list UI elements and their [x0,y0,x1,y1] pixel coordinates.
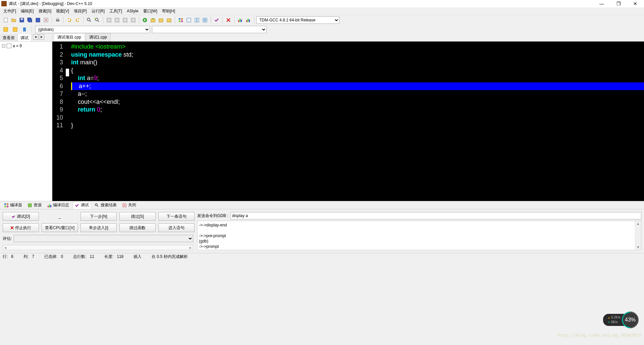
code-content[interactable]: #include <iostream>using namespace std;i… [70,42,644,201]
delete-icon[interactable] [225,16,232,24]
close-file-icon[interactable] [42,16,50,24]
redo-icon[interactable] [74,16,81,24]
menu-item[interactable]: 视图[V] [54,8,71,15]
compile-run-icon[interactable] [121,16,129,24]
chart-icon-1[interactable] [236,16,244,24]
horizontal-scrollbar[interactable]: ◄► [3,245,193,250]
tab-resources[interactable]: 资源 [25,202,44,209]
cpu-window-button[interactable]: 查看CPU窗口[V] [42,223,78,232]
main-toolbar: TDM-GCC 4.8.1 64-bit Release [0,15,644,25]
svg-rect-7 [56,19,59,21]
tab-close[interactable]: 关闭 [120,202,138,209]
compiler-select[interactable]: TDM-GCC 4.8.1 64-bit Release [256,16,339,24]
member-select[interactable] [152,26,267,33]
menu-item[interactable]: 运行[R] [90,8,107,15]
menu-item[interactable]: AStyle [125,8,141,14]
save-all-icon[interactable] [26,16,34,24]
open-file-icon[interactable] [10,16,17,24]
net-download: 0K/s [608,320,621,325]
menubar: 文件[F]编辑[E]搜索[S]视图[V]项目[P]运行[R]工具[T]AStyl… [0,7,644,15]
debug-button[interactable]: 调试[D] [3,212,39,221]
eval-input[interactable] [14,235,193,242]
goto-icon-2[interactable] [11,26,19,33]
menu-item[interactable]: 窗口[W] [141,8,159,15]
debug-run-icon[interactable] [141,16,149,24]
svg-rect-13 [115,18,119,22]
sidebar-tab-browse[interactable]: 查看类 [0,34,18,41]
resources-icon [28,203,32,208]
menu-item[interactable]: 帮助[H] [160,8,177,15]
compile-icon[interactable] [105,16,113,24]
minimize-button[interactable]: — [597,1,606,6]
close-icon [122,203,127,208]
watch-variable[interactable]: − a = 9 [1,43,51,49]
tab-compile-log[interactable]: 编译日志 [45,202,71,209]
maximize-button[interactable]: ❐ [614,1,623,6]
print-icon[interactable] [54,16,61,24]
project-options-icon[interactable] [165,16,173,24]
goto-icon-1[interactable] [2,26,9,33]
window-icon-1[interactable] [185,16,193,24]
watermark: http://blog.csdn.net/qq_36502015 [557,333,641,338]
sidebar-tab-debug[interactable]: 调试 [18,34,32,41]
vertical-scrollbar[interactable]: ▲▼ [635,221,641,250]
run-icon[interactable] [113,16,121,24]
undo-icon[interactable] [66,16,73,24]
svg-rect-37 [4,27,8,31]
sidebar-nav-next[interactable]: ► [39,34,44,40]
gdb-output[interactable]: ->->display-end ->->pre-prompt(gdb)->->p… [197,221,641,250]
debug-variables-panel: − a = 9 [0,42,52,201]
next-statement-button[interactable]: 下一条语句 [158,212,195,221]
menu-item[interactable]: 文件[F] [1,8,18,15]
skip-button[interactable]: 跳过[S] [119,212,156,221]
network-widget: 0.2K/s 0K/s 43% [603,312,639,328]
save-icon[interactable] [18,16,25,24]
file-tab-other[interactable]: 调试1.cpp [86,33,111,41]
svg-rect-34 [246,20,247,22]
new-file-icon[interactable] [2,16,9,24]
search-icon [95,203,99,208]
save-as-icon[interactable] [34,16,42,24]
window-icon-3[interactable] [201,16,209,24]
tab-debug[interactable]: 调试 [72,201,91,209]
file-tab-active[interactable]: 调试项目.cpp [54,33,85,41]
check-icon[interactable] [213,16,220,24]
new-project-icon[interactable] [149,16,157,24]
gdb-command-input[interactable] [230,212,641,219]
svg-rect-33 [241,19,242,22]
sidebar-nav-prev[interactable]: ◄ [33,34,38,40]
close-button[interactable]: ✕ [631,1,640,6]
scope-select[interactable]: (globals) [35,26,150,33]
svg-rect-12 [107,18,111,22]
menu-item[interactable]: 项目[P] [72,8,89,15]
svg-rect-32 [239,19,240,22]
step-into-button[interactable]: 单步进入[i] [80,223,117,232]
sidebar: 查看类 调试 ◄ ► − a = 9 [0,34,52,201]
menu-item[interactable]: 编辑[E] [19,8,36,15]
window-icon-2[interactable] [193,16,201,24]
skip-function-button[interactable]: 跳过函数 [119,223,156,232]
tab-compiler[interactable]: 编译器 [2,202,24,209]
svg-rect-20 [179,18,180,20]
replace-icon[interactable] [94,16,101,24]
add-file-icon[interactable] [157,16,165,24]
svg-rect-38 [13,27,17,31]
grid-icon[interactable] [177,16,184,24]
tree-collapse-icon[interactable]: − [2,44,5,48]
svg-rect-29 [203,20,205,22]
rebuild-icon[interactable] [129,16,137,24]
tab-search-results[interactable]: 搜索结果 [93,202,119,209]
menu-item[interactable]: 工具[T] [107,8,124,15]
code-editor[interactable]: 1234567891011 #include <iostream>using n… [52,42,644,201]
window-controls: — ❐ ✕ [597,1,643,6]
chart-icon-2[interactable] [245,16,252,24]
stop-button[interactable]: 停止执行 [3,223,39,232]
find-icon[interactable] [86,16,93,24]
svg-rect-27 [203,18,205,20]
next-step-button[interactable]: 下一步[N] [80,212,117,221]
log-icon [47,203,52,208]
into-statement-button[interactable]: 进入语句 [158,223,195,232]
bookmark-icon[interactable] [21,26,28,33]
svg-rect-43 [7,206,8,207]
menu-item[interactable]: 搜索[S] [37,8,54,15]
